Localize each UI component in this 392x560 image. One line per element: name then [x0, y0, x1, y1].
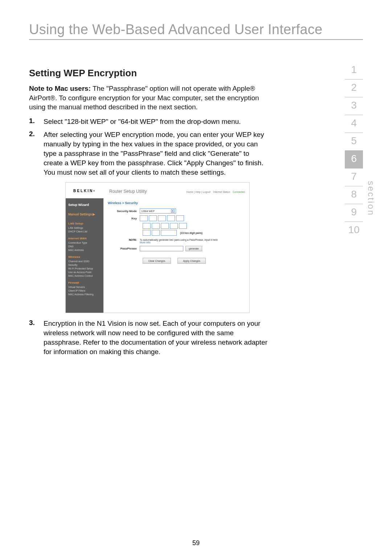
section-3[interactable]: 3 [345, 97, 363, 115]
key-input-1e[interactable] [176, 215, 184, 221]
status-value: Connected [233, 191, 245, 193]
mac-note: Note to Mac users: The "Passphrase" opti… [29, 84, 269, 112]
generate-button[interactable]: generate [185, 246, 202, 251]
step-text-2: After selecting your WEP encryption mode… [44, 130, 269, 177]
apply-changes-button[interactable]: Apply Changes [177, 258, 206, 264]
section-5[interactable]: 5 [345, 133, 363, 151]
router-breadcrumb: Wireless > Security [103, 199, 249, 208]
page-number: 59 [0, 539, 392, 547]
passphrase-label: PassPhrase [108, 247, 140, 250]
steps-list: 1. Select "128-bit WEP" or "64-bit WEP" … [29, 117, 269, 177]
key-input-2a[interactable] [143, 223, 151, 229]
router-sidebar: BELKIN® Setup Wizard Manual Settings▶ LA… [66, 183, 103, 313]
router-screenshot: BELKIN® Setup Wizard Manual Settings▶ LA… [65, 182, 250, 313]
step-2: 2. After selecting your WEP encryption m… [29, 130, 269, 177]
chevron-right-icon: ▶ [93, 212, 95, 216]
section-9[interactable]: 9 [345, 204, 363, 222]
nav-client-ip-filters[interactable]: Client IP Filters [68, 289, 101, 292]
key-input-2c[interactable] [161, 223, 169, 229]
step-text-3: Encryption in the N1 Vision is now set. … [44, 319, 269, 357]
note-label: NOTE: [108, 239, 140, 244]
nav-lan-settings[interactable]: LAN Settings [68, 227, 101, 229]
key-input-3b[interactable] [152, 230, 160, 236]
belkin-logo: BELKIN® [66, 183, 103, 198]
link-logout[interactable]: Logout [203, 191, 210, 193]
security-mode-label: Security Mode [108, 210, 140, 213]
nav-header-firewall: Firewall [68, 281, 101, 284]
router-utility-title: Router Setup Utility [109, 189, 186, 194]
step-text-1: Select "128-bit WEP" or "64-bit WEP" fro… [44, 117, 269, 126]
nav-dns[interactable]: DNS [68, 245, 101, 248]
more-info-link[interactable]: More Info [140, 241, 151, 244]
link-home[interactable]: Home [187, 191, 193, 193]
section-8[interactable]: 8 [345, 186, 363, 204]
nav-mac-control[interactable]: MAC Address Control [68, 275, 101, 277]
key-input-2b[interactable] [152, 223, 160, 229]
key-input-1c[interactable] [158, 215, 166, 221]
section-7[interactable]: 7 [345, 169, 363, 186]
clear-changes-button[interactable]: Clear Changes [143, 258, 171, 264]
section-10[interactable]: 10 [345, 222, 363, 239]
step-num-1: 1. [29, 117, 44, 126]
nav-access-point[interactable]: Use as Access Point [68, 271, 101, 273]
nav-setup-wizard[interactable]: Setup Wizard [68, 203, 101, 207]
security-mode-value: 128bit WEP [141, 210, 155, 212]
key-input-1d[interactable] [167, 215, 175, 221]
nav-mac-address[interactable]: MAC Address [68, 249, 101, 251]
key-input-1a[interactable] [140, 215, 148, 221]
nav-channel-ssid[interactable]: Channel and SSID [68, 260, 101, 263]
section-vertical-label: section [366, 181, 376, 216]
nav-virtual-servers[interactable]: Virtual Servers [68, 286, 101, 288]
key-input-2d[interactable] [170, 223, 178, 229]
step-1: 1. Select "128-bit WEP" or "64-bit WEP" … [29, 117, 269, 126]
section-2[interactable]: 2 [345, 80, 363, 97]
nav-wps[interactable]: Wi-Fi Protected Setup [68, 267, 101, 270]
step-num-2: 2. [29, 130, 44, 177]
section-nav: 1 2 3 4 5 6 7 8 9 10 [345, 62, 363, 239]
router-main: Router Setup Utility Home|Help|Logout In… [103, 183, 249, 313]
nav-security[interactable]: Security [68, 264, 101, 266]
section-1[interactable]: 1 [345, 62, 363, 80]
key-label: Key [108, 217, 140, 220]
nav-connection-type[interactable]: Connection Type [68, 242, 101, 244]
router-topbar: Router Setup Utility Home|Help|Logout In… [103, 183, 249, 199]
step-3: 3. Encryption in the N1 Vision is now se… [29, 319, 269, 357]
nav-header-lan: LAN Setup [68, 222, 101, 225]
step-num-3: 3. [29, 319, 44, 357]
key-input-1b[interactable] [149, 215, 157, 221]
link-help[interactable]: Help [195, 191, 200, 193]
section-heading: Setting WEP Encryption [29, 68, 269, 79]
status-label: Internet Status: [213, 191, 230, 193]
security-mode-select[interactable]: 128bit WEP ▾ [140, 208, 176, 214]
content: Setting WEP Encryption Note to Mac users… [29, 68, 269, 357]
security-form: Security Mode 128bit WEP ▾ Key [103, 208, 249, 264]
chevron-down-icon: ▾ [171, 209, 175, 213]
key-input-2e[interactable] [179, 223, 187, 229]
section-6[interactable]: 6 [345, 151, 363, 169]
passphrase-input[interactable] [140, 246, 183, 251]
page-header: Using the Web-Based Advanced User Interf… [29, 22, 363, 40]
nav-mac-filtering[interactable]: MAC Address Filtering [68, 293, 101, 296]
key-input-3c[interactable] [161, 230, 177, 236]
nav-dhcp-client-list[interactable]: DHCP Client List [68, 230, 101, 233]
note-text: To automatically generate hex pairs usin… [140, 239, 245, 244]
key-input-3a[interactable] [143, 230, 151, 236]
nav-header-wan: Internet WAN [68, 237, 101, 240]
hex-hint: (13 hex digit pairs) [180, 232, 203, 234]
nav-manual-settings[interactable]: Manual Settings▶ [68, 212, 101, 216]
steps-list-cont: 3. Encryption in the N1 Vision is now se… [29, 319, 269, 357]
page-title: Using the Web-Based Advanced User Interf… [29, 22, 363, 37]
section-4[interactable]: 4 [345, 115, 363, 133]
router-top-links: Home|Help|Logout Internet Status: Connec… [186, 191, 246, 193]
nav-header-wireless: Wireless [68, 255, 101, 259]
mac-note-label: Note to Mac users: [29, 85, 91, 92]
